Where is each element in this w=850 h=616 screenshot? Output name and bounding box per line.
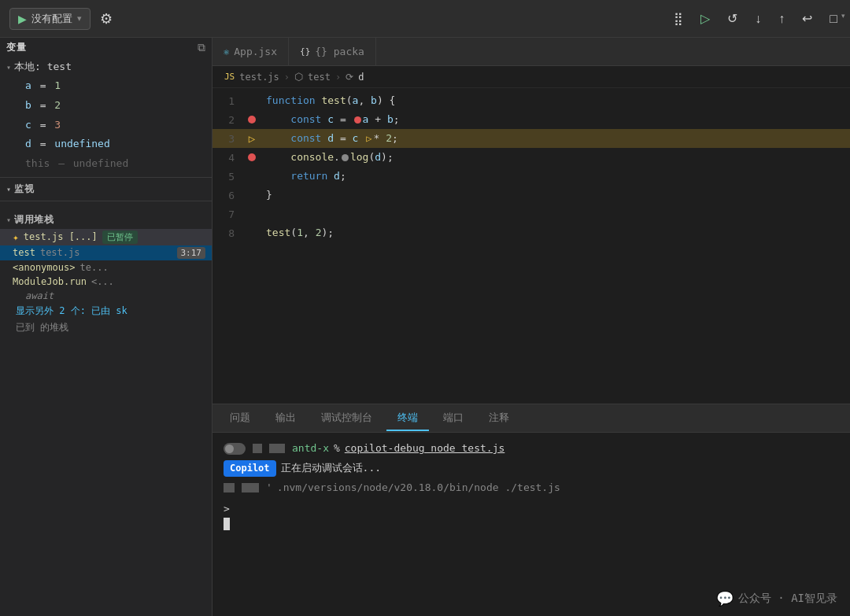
stack-func-icon: ✦	[13, 231, 19, 243]
line-num-7: 7	[213, 208, 244, 220]
line-code-2: const c = a + b;	[260, 110, 400, 129]
terminal-line-3: '.nvm/versions/node/v20.18.0/bin/node ./…	[224, 480, 839, 496]
copilot-badge: Copilot	[224, 460, 276, 477]
call-stack-section: ▾ 调用堆栈 ✦ test.js [...] 已暂停 test test.js …	[0, 211, 212, 336]
code-line-3: 3 ▷ const d = c ▷* 2;	[213, 129, 850, 148]
stack-anon-name: <anonymous>	[13, 262, 75, 273]
bottom-panel: 问题 输出 调试控制台 终端 端口 注释	[213, 404, 850, 616]
line-code-4: console.log(d);	[260, 148, 394, 167]
debug-stepinto-button[interactable]: ↑	[775, 10, 788, 28]
debug-restart-button[interactable]: ↺	[724, 9, 741, 28]
var-item-this: this — undefined	[0, 154, 212, 174]
breadcrumb-d-icon: ⟳	[346, 72, 353, 83]
code-line-2: 2 const c = a + b;	[213, 110, 850, 129]
stack-testjs-label: test.js [...]	[24, 231, 98, 242]
monitor-section-header[interactable]: ▾ 监视	[0, 181, 212, 197]
terminal-cursor-line	[224, 518, 839, 530]
terminal-line-2: Copilot 正在启动调试会话...	[224, 460, 839, 477]
stack-await-label: await	[0, 289, 212, 303]
debug-stop-button[interactable]: □▾	[826, 10, 841, 28]
var-item-b: b = 2	[0, 96, 212, 116]
tab-terminal[interactable]: 终端	[386, 406, 429, 431]
stack-module-file: <...	[91, 276, 114, 287]
line-code-5: return d;	[260, 167, 346, 186]
run-config-button[interactable]: ▶ 没有配置 ▾	[9, 8, 91, 30]
debug-continue-button[interactable]: ▷	[697, 9, 713, 28]
expand-arrow-icon: ▾	[6, 63, 11, 72]
stack-item-test[interactable]: test test.js 3:17	[0, 245, 212, 260]
terminal-dollar: %	[334, 441, 340, 457]
tab-output[interactable]: 输出	[264, 406, 307, 431]
breadcrumb-file: test.js	[239, 72, 279, 83]
paused-badge: 已暂停	[102, 231, 138, 244]
variables-section-header[interactable]: 变量 ⧉	[0, 38, 212, 57]
toggle-switch[interactable]	[224, 443, 246, 455]
var-item-c: c = 3	[0, 116, 212, 135]
editor-area: ⚛ App.jsx {} {} packa JS test.js › ⬡ tes…	[213, 38, 850, 616]
line-code-6: }	[260, 186, 272, 205]
tab-port[interactable]: 端口	[432, 406, 475, 431]
tab-debug-console[interactable]: 调试控制台	[310, 406, 383, 431]
stack-test-name: test	[13, 247, 35, 258]
jsx-icon: ⚛	[224, 46, 229, 57]
debug-stepover-button[interactable]: ↓	[752, 10, 764, 28]
line-num-4: 4	[213, 152, 244, 164]
tab-app-jsx[interactable]: ⚛ App.jsx	[213, 38, 289, 65]
toolbar-left: ▶ 没有配置 ▾ ⚙	[9, 7, 116, 31]
stack-more-label: 已到 的堆栈	[0, 319, 212, 336]
stack-item-modulejob[interactable]: ModuleJob.run <...	[0, 275, 212, 289]
gear-button[interactable]: ⚙	[97, 7, 116, 31]
breadcrumb: JS test.js › ⬡ test › ⟳ d	[213, 66, 850, 88]
chevron-down-icon: ▾	[77, 13, 82, 24]
tab-bar: ⚛ App.jsx {} {} packa	[213, 38, 850, 66]
breadcrumb-d: d	[358, 72, 364, 83]
debug-toolbar: ⣿ ▷ ↺ ↓ ↑ ↩ □▾	[671, 9, 841, 28]
copy-icon[interactable]: ⧉	[198, 41, 205, 54]
copilot-message: 正在启动调试会话...	[281, 460, 381, 477]
stack-item-anon[interactable]: <anonymous> te...	[0, 260, 212, 275]
tab-problems[interactable]: 问题	[219, 406, 261, 431]
monitor-arrow-icon: ▾	[6, 185, 11, 194]
gutter-4	[244, 153, 260, 161]
breakpoint-2	[248, 116, 256, 124]
breadcrumb-sep2: ›	[335, 72, 341, 83]
breadcrumb-box-icon: ⬡	[294, 71, 303, 83]
terminal-content[interactable]: antd-x % copilot-debug node test.js Copi…	[213, 433, 850, 616]
show-more-button[interactable]: 显示另外 2 个: 已由 sk	[0, 303, 212, 319]
call-stack-header[interactable]: ▾ 调用堆栈	[0, 211, 212, 229]
stack-test-file: test.js	[40, 247, 80, 258]
run-config-label: 没有配置	[31, 12, 72, 26]
terminal-gt: >	[224, 503, 230, 515]
stack-item-testjs[interactable]: ✦ test.js [...] 已暂停	[0, 229, 212, 245]
gutter-3: ▷	[244, 132, 260, 145]
code-line-6: 6 }	[213, 186, 850, 205]
breadcrumb-js-icon: JS	[224, 72, 235, 82]
code-line-8: 8 test(1, 2);	[213, 223, 850, 242]
line-num-5: 5	[213, 171, 244, 183]
debug-grid-icon[interactable]: ⣿	[671, 9, 686, 28]
term-block1	[253, 444, 262, 453]
tab-app-jsx-label: App.jsx	[234, 46, 277, 57]
code-line-7: 7	[213, 205, 850, 223]
debug-stepout-button[interactable]: ↩	[799, 9, 815, 28]
sidebar: 变量 ⧉ ▾ 本地: test a = 1 b = 2 c = 3 d = un…	[0, 38, 213, 616]
term-block2	[269, 444, 285, 453]
terminal-line-1: antd-x % copilot-debug node test.js	[224, 441, 839, 457]
line-num-6: 6	[213, 190, 244, 201]
line-code-1: function test(a, b) {	[260, 91, 395, 110]
debug-arrow-icon: ▷	[249, 132, 255, 145]
play-icon: ▶	[18, 13, 27, 25]
terminal-path: antd-x	[292, 441, 329, 457]
gutter-2	[244, 116, 260, 124]
line-code-3: const d = c ▷* 2;	[260, 129, 398, 149]
call-stack-title: 调用堆栈	[14, 213, 54, 227]
terminal-prompt-line: >	[224, 503, 839, 515]
tab-notes[interactable]: 注释	[478, 406, 520, 431]
divider-1	[0, 177, 212, 178]
stack-anon-file: te...	[79, 262, 108, 273]
term-block4	[242, 483, 259, 492]
tab-package[interactable]: {} {} packa	[289, 38, 376, 65]
line-num-8: 8	[213, 227, 244, 239]
local-group-header[interactable]: ▾ 本地: test	[0, 57, 212, 76]
code-editor[interactable]: 1 function test(a, b) { 2 const c = a + …	[213, 88, 850, 404]
